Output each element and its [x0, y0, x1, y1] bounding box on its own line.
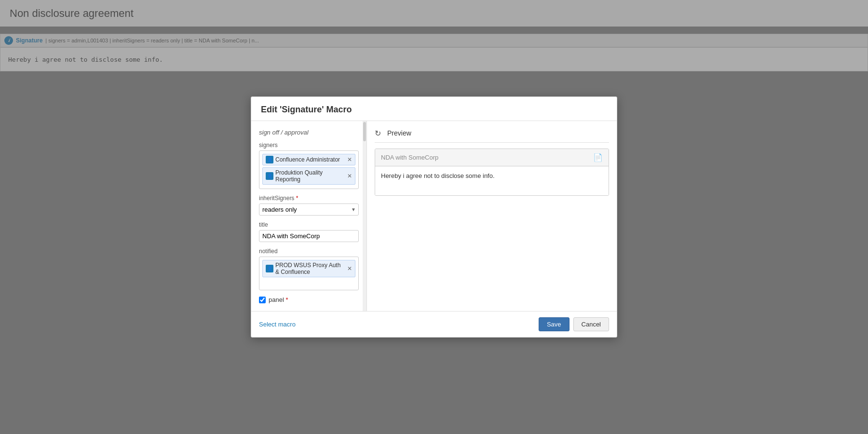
signers-label: signers — [259, 142, 359, 149]
signer-user-icon: 👤 — [266, 172, 273, 180]
notified-remove-button[interactable]: ✕ — [347, 265, 352, 272]
title-input[interactable] — [259, 230, 359, 242]
notified-field: notified 👤 PROD WSUS Proxy Auth & Conflu… — [259, 248, 359, 290]
preview-card-title: NDA with SomeCorp — [381, 154, 438, 161]
signer-remove-button[interactable]: ✕ — [347, 173, 352, 179]
panel-checkbox[interactable] — [259, 297, 266, 303]
scrollbar-thumb[interactable] — [363, 122, 366, 141]
inherit-signers-select[interactable]: readers only all none — [259, 203, 359, 216]
preview-card-content: Hereby i agree not to disclose some info… — [381, 172, 495, 179]
signers-box[interactable]: 👤 Confluence Administrator ✕ 👤 Produktio… — [259, 150, 359, 189]
document-icon: 📄 — [593, 153, 603, 162]
notified-box[interactable]: 👤 PROD WSUS Proxy Auth & Confluence ✕ — [259, 257, 359, 290]
signer-user-icon: 👤 — [266, 156, 273, 163]
select-macro-link[interactable]: Select macro — [259, 321, 296, 328]
notified-tag[interactable]: 👤 PROD WSUS Proxy Auth & Confluence ✕ — [262, 260, 355, 277]
modal-footer: Select macro Save Cancel — [251, 311, 617, 337]
panel-label[interactable]: panel * — [269, 296, 288, 303]
signer-name: Produktion Quality Reporting — [275, 169, 345, 183]
modal-title: Edit 'Signature' Macro — [261, 105, 352, 114]
inherit-signers-field: inheritSigners * readers only all none ▼ — [259, 195, 359, 216]
signers-field: signers 👤 Confluence Administrator ✕ 👤 P… — [259, 142, 359, 189]
refresh-icon[interactable]: ↻ — [375, 129, 383, 137]
modal-overlay: Edit 'Signature' Macro sign off / approv… — [0, 0, 868, 434]
signer-remove-button[interactable]: ✕ — [347, 156, 352, 163]
section-header: sign off / approval — [259, 129, 359, 136]
preview-header: ↻ Preview — [375, 129, 609, 143]
cancel-button[interactable]: Cancel — [573, 317, 609, 331]
signer-tag[interactable]: 👤 Confluence Administrator ✕ — [262, 154, 355, 165]
preview-label: Preview — [387, 129, 411, 137]
signer-name: Confluence Administrator — [275, 156, 340, 163]
footer-buttons: Save Cancel — [539, 317, 609, 331]
scrollbar-track[interactable] — [363, 121, 366, 311]
save-button[interactable]: Save — [539, 317, 570, 331]
edit-macro-dialog: Edit 'Signature' Macro sign off / approv… — [251, 96, 617, 338]
panel-checkbox-row[interactable]: panel * — [259, 296, 359, 303]
signer-tag[interactable]: 👤 Produktion Quality Reporting ✕ — [262, 167, 355, 185]
inherit-signers-label: inheritSigners * — [259, 195, 359, 202]
right-panel: ↻ Preview NDA with SomeCorp 📄 Hereby i a… — [367, 121, 617, 311]
preview-card-body: Hereby i agree not to disclose some info… — [375, 166, 609, 195]
title-field: title — [259, 221, 359, 242]
left-panel: sign off / approval signers 👤 Confluence… — [251, 121, 367, 311]
notified-label: notified — [259, 248, 359, 255]
modal-body: sign off / approval signers 👤 Confluence… — [251, 121, 617, 311]
title-label: title — [259, 221, 359, 228]
preview-card-header: NDA with SomeCorp 📄 — [375, 149, 609, 166]
inherit-signers-wrapper[interactable]: readers only all none ▼ — [259, 203, 359, 216]
notified-name: PROD WSUS Proxy Auth & Confluence — [275, 262, 345, 275]
notified-user-icon: 👤 — [266, 265, 273, 272]
preview-card: NDA with SomeCorp 📄 Hereby i agree not t… — [375, 149, 609, 196]
modal-header: Edit 'Signature' Macro — [251, 97, 617, 121]
